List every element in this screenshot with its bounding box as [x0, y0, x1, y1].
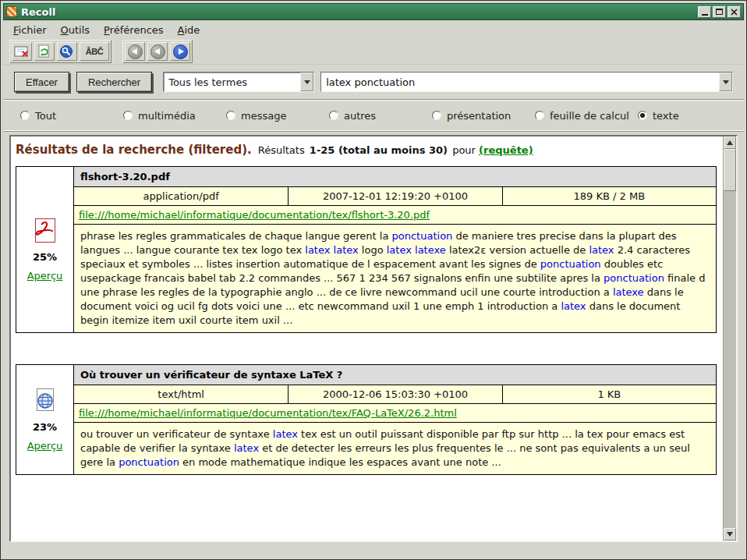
result-body: Où trouver un vérificateur de syntaxe La… — [74, 365, 716, 474]
first-page-button[interactable] — [125, 42, 145, 61]
scrollbar-track[interactable] — [724, 191, 736, 528]
menubar: Fichier Outils Préférences Aide — [3, 20, 744, 39]
result-url-row: file:///home/michael/informatique/docume… — [74, 404, 716, 423]
term-explorer-icon: ÂBĈ — [86, 47, 103, 56]
window-controls — [698, 6, 741, 18]
next-page-button[interactable] — [170, 42, 190, 61]
chevron-down-icon — [723, 80, 729, 84]
query-history-dropdown-button[interactable] — [719, 73, 732, 91]
minimize-button[interactable] — [698, 6, 711, 18]
clear-search-icon — [14, 44, 30, 58]
result-title[interactable]: Où trouver un vérificateur de syntaxe La… — [74, 365, 716, 385]
result-mime: application/pdf — [74, 187, 288, 205]
filter-message[interactable]: message — [226, 110, 329, 122]
arrow-down-icon — [727, 532, 733, 537]
menu-outils[interactable]: Outils — [54, 22, 97, 38]
result-url-row: file:///home/michael/informatique/docume… — [74, 206, 716, 225]
results-range: 1-25 (total au moins 30) — [310, 144, 448, 156]
document-refresh-icon — [37, 44, 52, 58]
radio-icon[interactable] — [638, 111, 647, 120]
result-meta-row: text/html 2000-12-06 15:03:30 +0100 1 KB — [74, 385, 716, 404]
arrow-up-icon — [727, 140, 733, 145]
recoll-app-icon — [6, 6, 17, 17]
preview-link[interactable]: Aperçu — [27, 440, 63, 452]
query-link[interactable]: (requête) — [479, 144, 533, 156]
radio-icon[interactable] — [226, 111, 235, 120]
result-url-link[interactable]: file:///home/michael/informatique/docume… — [79, 209, 430, 221]
result-url-link[interactable]: file:///home/michael/informatique/docume… — [79, 407, 457, 419]
results-summary: Résultats 1-25 (total au moins 30) pour … — [258, 144, 533, 156]
filter-tout[interactable]: Tout — [20, 110, 123, 122]
arrow-left-icon — [150, 44, 165, 59]
filter-presentation[interactable]: présentation — [432, 110, 535, 122]
relevance-percent: 23% — [33, 421, 57, 433]
status-bar — [3, 542, 744, 559]
search-button[interactable]: Rechercher — [76, 72, 152, 92]
result-mime: text/html — [74, 385, 288, 403]
arrow-right-icon — [173, 44, 188, 59]
search-mode-value: Tous les termes — [164, 73, 300, 91]
result-size: 189 KB / 2 MB — [502, 187, 716, 205]
arrow-left-icon — [128, 44, 143, 59]
results-title: Résultats de la recherche (filtered). — [16, 143, 252, 157]
result-title[interactable]: flshort-3.20.pdf — [74, 167, 716, 187]
result-item: 23% Aperçu Où trouver un vérificateur de… — [16, 364, 717, 475]
search-mode-dropdown-button[interactable] — [300, 73, 313, 91]
term-explorer-button[interactable]: ÂBĈ — [80, 42, 109, 61]
radio-icon[interactable] — [535, 111, 544, 120]
search-input[interactable] — [321, 73, 719, 91]
result-side-panel: 23% Aperçu — [16, 365, 74, 474]
result-size: 1 KB — [502, 385, 716, 403]
close-button[interactable] — [728, 6, 741, 18]
search-icon — [59, 44, 75, 58]
results-scrollbar[interactable] — [723, 136, 736, 541]
radio-icon[interactable] — [329, 111, 338, 120]
menu-fichier[interactable]: Fichier — [6, 22, 54, 38]
radio-icon[interactable] — [432, 111, 441, 120]
result-meta-row: application/pdf 2007-12-01 12:19:20 +010… — [74, 187, 716, 206]
filter-feuille-de-calcul[interactable]: feuille de calcul — [535, 110, 638, 122]
filter-texte[interactable]: texte — [638, 110, 679, 122]
result-snippet: ou trouver un verificateur de syntaxe la… — [74, 423, 716, 474]
html-file-icon — [34, 388, 57, 414]
result-item: 25% Aperçu flshort-3.20.pdf application/… — [16, 166, 717, 333]
clear-button[interactable]: Effacer — [14, 72, 69, 92]
search-row: Effacer Rechercher Tous les termes — [3, 65, 744, 99]
maximize-icon — [716, 9, 723, 15]
result-side-panel: 25% Aperçu — [16, 167, 74, 332]
radio-icon[interactable] — [20, 111, 30, 120]
toolbar: ÂBĈ — [3, 39, 744, 65]
filter-autres[interactable]: autres — [329, 110, 432, 122]
document-refresh-button[interactable] — [34, 42, 55, 61]
result-date: 2007-12-01 12:19:20 +0100 — [288, 187, 501, 205]
chevron-down-icon — [304, 80, 310, 84]
titlebar[interactable]: Recoll — [3, 3, 744, 20]
result-date: 2000-12-06 15:03:30 +0100 — [288, 385, 501, 403]
search-mode-select[interactable]: Tous les termes — [163, 72, 314, 92]
previous-page-button[interactable] — [147, 42, 168, 61]
result-body: flshort-3.20.pdf application/pdf 2007-12… — [74, 167, 716, 332]
filter-multimedia[interactable]: multimédia — [123, 110, 226, 122]
recoll-window: Recoll Fichier Outils Préférences Aide — [0, 0, 747, 560]
scroll-down-button[interactable] — [724, 528, 736, 541]
menu-aide[interactable]: Aide — [171, 22, 207, 38]
toolbar-group-main: ÂBĈ — [9, 40, 112, 63]
run-query-button[interactable] — [57, 42, 77, 61]
relevance-percent: 25% — [33, 251, 57, 263]
radio-icon[interactable] — [123, 111, 133, 120]
pdf-file-icon — [34, 218, 57, 244]
results-list: Résultats de la recherche (filtered).Rés… — [11, 136, 723, 541]
clear-search-button[interactable] — [12, 42, 32, 61]
preview-link[interactable]: Aperçu — [27, 270, 63, 282]
menu-preferences[interactable]: Préférences — [97, 22, 170, 38]
scrollbar-thumb[interactable] — [724, 149, 736, 191]
window-title: Recoll — [21, 6, 694, 18]
close-icon — [731, 9, 738, 16]
scroll-up-button[interactable] — [724, 136, 736, 149]
minimize-icon — [702, 14, 708, 16]
query-combo[interactable] — [320, 72, 733, 92]
result-snippet: phrase les regles grammaticales de chaqu… — [74, 225, 716, 332]
results-frame: Résultats de la recherche (filtered).Rés… — [9, 135, 738, 542]
category-filter-row: Tout multimédia message autres présentat… — [3, 99, 744, 132]
maximize-button[interactable] — [713, 6, 726, 18]
